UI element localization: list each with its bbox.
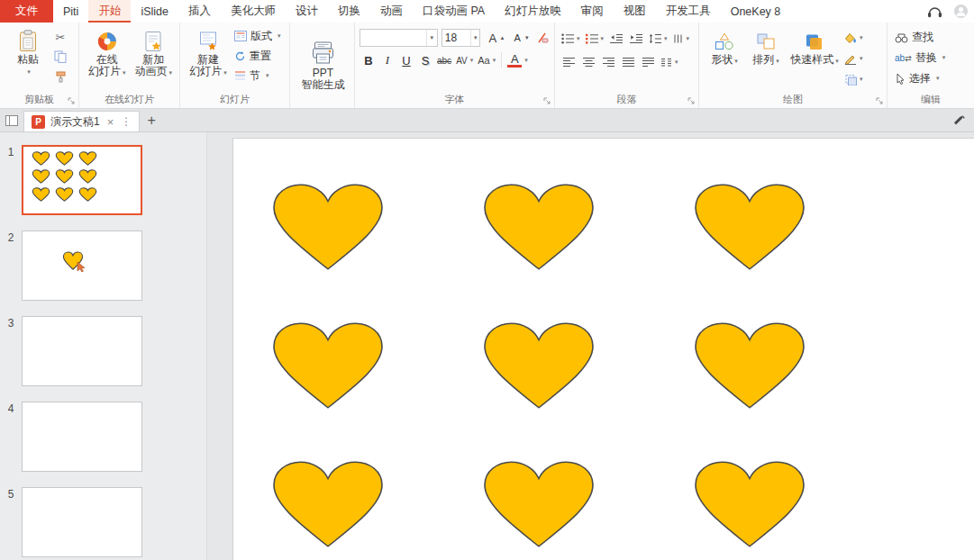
replace-button[interactable]: ab⇄ 替换 ▾ — [892, 49, 948, 67]
heart-shape[interactable] — [688, 180, 811, 274]
heart-shape[interactable] — [267, 319, 389, 412]
menu-tab-review[interactable]: 审阅 — [571, 0, 614, 23]
font-dialog-launcher[interactable] — [543, 97, 551, 105]
arrange-button[interactable]: 排列▾ — [745, 27, 787, 68]
font-color-button[interactable]: A▾ — [505, 51, 530, 69]
copy-button[interactable] — [51, 48, 69, 66]
menu-tab-animation[interactable]: 动画 — [370, 0, 413, 23]
reset-button[interactable]: 重置 — [232, 47, 284, 65]
menu-tab-home[interactable]: 开始 — [88, 0, 131, 23]
shape-fill-button[interactable]: ▾ — [842, 29, 865, 47]
user-avatar-icon[interactable] — [953, 4, 969, 19]
heart-shape[interactable] — [78, 169, 97, 184]
font-size-dropdown-arrow[interactable]: ▾ — [470, 30, 479, 46]
menu-tab-onekey[interactable]: OneKey 8 — [721, 0, 791, 23]
heart-shape[interactable] — [267, 457, 389, 551]
italic-button[interactable]: I — [378, 51, 396, 69]
slide-thumbnail-4[interactable] — [22, 402, 142, 472]
headset-service-icon[interactable] — [927, 5, 942, 18]
file-menu-button[interactable]: 文件 — [0, 0, 53, 23]
quick-styles-button[interactable]: 快速样式▾ — [787, 27, 842, 68]
menu-tab-pocket-animation[interactable]: 口袋动画 PA — [413, 0, 495, 23]
underline-button[interactable]: U — [397, 51, 415, 69]
heart-shape[interactable] — [688, 319, 811, 412]
slide-thumbnail-1[interactable] — [22, 145, 142, 215]
layout-button[interactable]: 版式▾ — [232, 27, 284, 45]
shape-outline-button[interactable]: ▾ — [842, 50, 865, 68]
shape-effects-button[interactable]: ▾ — [842, 70, 865, 88]
change-case-button[interactable]: Aa▾ — [476, 51, 497, 69]
text-direction-button[interactable]: ▾ — [671, 30, 692, 48]
new-animation-page-button[interactable]: 新加 动画页▾ — [131, 27, 178, 80]
format-painter-button[interactable] — [51, 68, 69, 86]
menu-tab-design[interactable]: 设计 — [286, 0, 328, 23]
paste-button[interactable]: 粘贴 ▾ — [5, 27, 51, 79]
decrease-indent-button[interactable] — [607, 30, 625, 48]
line-spacing-button[interactable]: ▾ — [647, 30, 669, 48]
find-button[interactable]: 查找 — [892, 28, 936, 46]
heart-shape[interactable] — [32, 151, 50, 166]
slide-panel-toggle-icon[interactable] — [0, 109, 23, 131]
drawing-dialog-launcher[interactable] — [876, 97, 884, 105]
distribute-button[interactable] — [639, 53, 657, 71]
bullets-button[interactable]: ▾ — [560, 30, 582, 48]
heart-shape[interactable] — [32, 169, 50, 184]
cut-button[interactable]: ✂ — [51, 28, 69, 46]
heart-shape[interactable] — [55, 151, 74, 166]
slide-thumbnail-5[interactable] — [22, 487, 142, 557]
select-button[interactable]: 选择 ▾ — [892, 69, 942, 87]
font-size-input[interactable] — [442, 30, 470, 46]
heart-shape[interactable] — [78, 187, 97, 202]
ppt-smart-generate-button[interactable]: PPT 智能生成 — [296, 27, 351, 103]
new-slide-button[interactable]: 新建 幻灯片▾ — [185, 27, 232, 80]
slide-editing-surface[interactable] — [232, 138, 974, 560]
font-size-combo[interactable]: ▾ — [441, 29, 480, 47]
pen-tool-icon[interactable] — [954, 114, 966, 126]
menu-tab-transition[interactable]: 切换 — [328, 0, 370, 23]
document-tab-menu-button[interactable]: ⋮ — [121, 115, 132, 128]
heart-shape[interactable] — [478, 319, 600, 412]
online-slides-button[interactable]: 在线 幻灯片▾ — [84, 27, 131, 80]
slide-thumbnail-3[interactable] — [22, 316, 142, 386]
heart-shape[interactable] — [78, 151, 97, 166]
heart-shape[interactable] — [55, 169, 74, 184]
heart-shape[interactable] — [32, 187, 50, 202]
clipboard-dialog-launcher[interactable] — [68, 97, 76, 105]
paragraph-dialog-launcher[interactable] — [687, 97, 696, 105]
menu-tab-beautify[interactable]: 美化大师 — [221, 0, 286, 23]
align-right-button[interactable] — [599, 53, 617, 71]
heart-shape[interactable] — [478, 457, 600, 551]
clear-format-button[interactable] — [533, 29, 551, 47]
numbering-button[interactable]: ▾ — [584, 30, 606, 48]
character-spacing-button[interactable]: AV▾ — [454, 51, 475, 69]
font-name-dropdown-arrow[interactable]: ▾ — [426, 30, 437, 46]
section-button[interactable]: 节▾ — [232, 67, 284, 85]
align-center-button[interactable] — [579, 53, 597, 71]
justify-button[interactable] — [619, 53, 637, 71]
align-left-button[interactable] — [560, 53, 578, 71]
menu-tab-devtools[interactable]: 开发工具 — [656, 0, 721, 23]
decrease-font-size-button[interactable]: A▾ — [509, 29, 530, 47]
close-document-button[interactable]: × — [105, 115, 116, 129]
document-tab[interactable]: P 演示文稿1 × ⋮ — [23, 111, 140, 131]
text-shadow-button[interactable]: S — [416, 51, 434, 69]
font-name-input[interactable] — [360, 30, 426, 46]
menu-tab-slideshow[interactable]: 幻灯片放映 — [495, 0, 571, 23]
heart-shape[interactable] — [55, 187, 74, 202]
new-document-tab-button[interactable]: + — [140, 109, 163, 131]
increase-font-size-button[interactable]: A▴ — [484, 29, 505, 47]
columns-button[interactable]: ▾ — [659, 53, 680, 71]
bold-button[interactable]: B — [360, 51, 378, 69]
shapes-button[interactable]: 形状▾ — [704, 27, 745, 68]
menu-tab-piti[interactable]: Piti — [53, 0, 88, 23]
heart-shape[interactable] — [478, 180, 600, 274]
strikethrough-button[interactable]: abc — [435, 51, 453, 69]
menu-tab-view[interactable]: 视图 — [614, 0, 656, 23]
heart-shape[interactable] — [688, 457, 811, 551]
menu-tab-insert[interactable]: 插入 — [178, 0, 221, 23]
increase-indent-button[interactable] — [627, 30, 645, 48]
font-name-combo[interactable]: ▾ — [360, 29, 438, 47]
slide-thumbnail-2[interactable] — [22, 230, 142, 301]
heart-shape[interactable] — [267, 180, 389, 274]
menu-tab-islide[interactable]: iSlide — [131, 0, 178, 23]
